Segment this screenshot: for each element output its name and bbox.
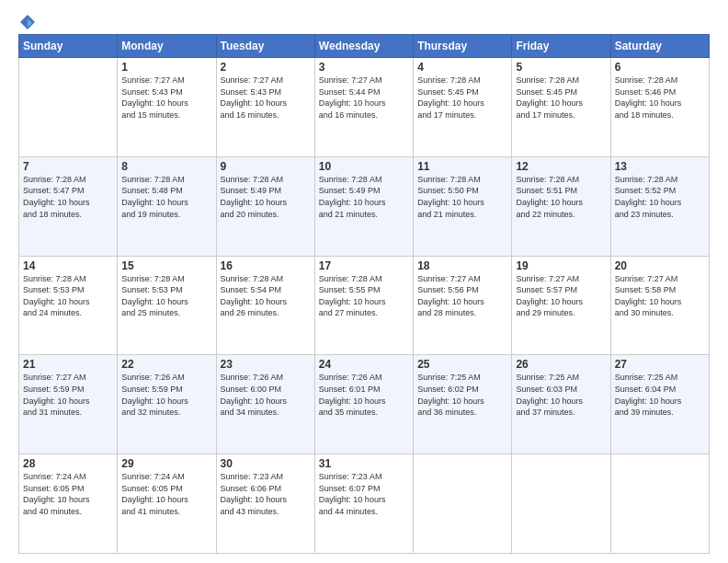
cell-text: Daylight: 10 hours xyxy=(121,296,211,308)
cell-text: Sunset: 6:00 PM xyxy=(221,384,311,396)
table-row: 21Sunrise: 7:27 AMSunset: 5:59 PMDayligh… xyxy=(19,355,118,454)
cell-text: Sunrise: 7:25 AM xyxy=(417,372,507,384)
header xyxy=(18,14,710,27)
table-row: 20Sunrise: 7:27 AMSunset: 5:58 PMDayligh… xyxy=(610,256,709,355)
table-row: 16Sunrise: 7:28 AMSunset: 5:54 PMDayligh… xyxy=(216,256,314,355)
cell-text: and 15 minutes. xyxy=(121,109,211,121)
cell-text: Sunrise: 7:23 AM xyxy=(221,471,311,483)
day-number: 9 xyxy=(221,160,311,173)
cell-text: Daylight: 10 hours xyxy=(615,296,705,308)
calendar-week-row: 14Sunrise: 7:28 AMSunset: 5:53 PMDayligh… xyxy=(19,256,710,355)
cell-text: Sunset: 6:07 PM xyxy=(319,483,409,495)
cell-text: and 29 minutes. xyxy=(516,307,606,319)
day-number: 16 xyxy=(221,259,311,272)
col-tuesday: Tuesday xyxy=(216,35,314,58)
cell-text: Sunrise: 7:26 AM xyxy=(121,372,211,384)
cell-text: Sunset: 6:05 PM xyxy=(23,483,113,495)
table-row: 27Sunrise: 7:25 AMSunset: 6:04 PMDayligh… xyxy=(610,355,709,454)
cell-text: Sunset: 5:45 PM xyxy=(417,86,507,98)
table-row: 15Sunrise: 7:28 AMSunset: 5:53 PMDayligh… xyxy=(118,256,216,355)
table-row: 19Sunrise: 7:27 AMSunset: 5:57 PMDayligh… xyxy=(512,256,610,355)
table-row: 22Sunrise: 7:26 AMSunset: 5:59 PMDayligh… xyxy=(118,355,216,454)
cell-text: Daylight: 10 hours xyxy=(319,296,409,308)
cell-text: Daylight: 10 hours xyxy=(417,396,507,408)
cell-text: Sunrise: 7:27 AM xyxy=(319,75,409,86)
cell-text: Daylight: 10 hours xyxy=(319,396,409,408)
table-row: 14Sunrise: 7:28 AMSunset: 5:53 PMDayligh… xyxy=(19,256,118,355)
cell-text: Sunrise: 7:23 AM xyxy=(319,471,409,483)
cell-text: and 37 minutes. xyxy=(516,407,606,419)
cell-text: Daylight: 10 hours xyxy=(417,197,507,209)
cell-text: Sunset: 5:59 PM xyxy=(23,384,113,396)
cell-text: Daylight: 10 hours xyxy=(417,98,507,109)
day-number: 4 xyxy=(417,61,507,74)
cell-text: Daylight: 10 hours xyxy=(121,494,211,506)
table-row: 25Sunrise: 7:25 AMSunset: 6:02 PMDayligh… xyxy=(414,355,512,454)
day-number: 22 xyxy=(121,358,211,371)
cell-text: Daylight: 10 hours xyxy=(516,197,606,209)
col-monday: Monday xyxy=(118,35,216,58)
day-number: 26 xyxy=(516,358,606,371)
table-row: 10Sunrise: 7:28 AMSunset: 5:49 PMDayligh… xyxy=(314,156,413,256)
cell-text: Sunset: 5:58 PM xyxy=(615,284,705,296)
cell-text: Sunrise: 7:28 AM xyxy=(319,174,409,186)
cell-text: Daylight: 10 hours xyxy=(615,396,705,408)
cell-text: Sunrise: 7:27 AM xyxy=(221,75,311,86)
cell-text: Sunset: 5:50 PM xyxy=(417,185,507,197)
cell-text: Sunrise: 7:27 AM xyxy=(615,273,705,285)
table-row: 29Sunrise: 7:24 AMSunset: 6:05 PMDayligh… xyxy=(118,454,216,554)
table-row: 13Sunrise: 7:28 AMSunset: 5:52 PMDayligh… xyxy=(610,156,709,256)
day-number: 13 xyxy=(615,160,705,173)
cell-text: Sunrise: 7:24 AM xyxy=(121,471,211,483)
cell-text: Sunset: 5:44 PM xyxy=(319,86,409,98)
table-row: 8Sunrise: 7:28 AMSunset: 5:48 PMDaylight… xyxy=(118,156,216,256)
day-number: 6 xyxy=(615,61,705,74)
cell-text: and 34 minutes. xyxy=(221,407,311,419)
cell-text: Sunset: 5:56 PM xyxy=(417,284,507,296)
day-number: 2 xyxy=(221,61,311,74)
cell-text: Daylight: 10 hours xyxy=(221,98,311,109)
cell-text: and 41 minutes. xyxy=(121,506,211,518)
cell-text: Daylight: 10 hours xyxy=(23,494,113,506)
calendar-table: Sunday Monday Tuesday Wednesday Thursday… xyxy=(18,34,710,554)
table-row: 28Sunrise: 7:24 AMSunset: 6:05 PMDayligh… xyxy=(19,454,118,554)
cell-text: Sunset: 6:06 PM xyxy=(221,483,311,495)
cell-text: Sunrise: 7:28 AM xyxy=(121,174,211,186)
cell-text: and 20 minutes. xyxy=(221,209,311,221)
day-number: 15 xyxy=(121,259,211,272)
day-number: 11 xyxy=(417,160,507,173)
table-row: 9Sunrise: 7:28 AMSunset: 5:49 PMDaylight… xyxy=(216,156,314,256)
table-row: 23Sunrise: 7:26 AMSunset: 6:00 PMDayligh… xyxy=(216,355,314,454)
cell-text: Sunrise: 7:26 AM xyxy=(319,372,409,384)
day-number: 12 xyxy=(516,160,606,173)
cell-text: Sunrise: 7:24 AM xyxy=(23,471,113,483)
cell-text: and 21 minutes. xyxy=(319,209,409,221)
day-number: 7 xyxy=(23,160,113,173)
col-friday: Friday xyxy=(512,35,610,58)
table-row: 1Sunrise: 7:27 AMSunset: 5:43 PMDaylight… xyxy=(118,58,216,157)
day-number: 24 xyxy=(319,358,409,371)
table-row: 11Sunrise: 7:28 AMSunset: 5:50 PMDayligh… xyxy=(414,156,512,256)
cell-text: Sunset: 5:46 PM xyxy=(615,86,705,98)
table-row: 12Sunrise: 7:28 AMSunset: 5:51 PMDayligh… xyxy=(512,156,610,256)
cell-text: Daylight: 10 hours xyxy=(221,296,311,308)
cell-text: and 44 minutes. xyxy=(319,506,409,518)
cell-text: and 21 minutes. xyxy=(417,209,507,221)
cell-text: Sunrise: 7:26 AM xyxy=(221,372,311,384)
cell-text: Sunrise: 7:28 AM xyxy=(615,75,705,86)
cell-text: and 35 minutes. xyxy=(319,407,409,419)
cell-text: Sunrise: 7:27 AM xyxy=(417,273,507,285)
cell-text: and 24 minutes. xyxy=(23,307,113,319)
cell-text: Daylight: 10 hours xyxy=(221,396,311,408)
day-number: 21 xyxy=(23,358,113,371)
day-number: 10 xyxy=(319,160,409,173)
cell-text: and 25 minutes. xyxy=(121,307,211,319)
cell-text: Sunset: 5:54 PM xyxy=(221,284,311,296)
col-wednesday: Wednesday xyxy=(314,35,413,58)
col-sunday: Sunday xyxy=(19,35,118,58)
page: Sunday Monday Tuesday Wednesday Thursday… xyxy=(0,0,728,563)
cell-text: Daylight: 10 hours xyxy=(23,296,113,308)
cell-text: Daylight: 10 hours xyxy=(516,296,606,308)
cell-text: Sunrise: 7:28 AM xyxy=(221,273,311,285)
cell-text: and 28 minutes. xyxy=(417,307,507,319)
